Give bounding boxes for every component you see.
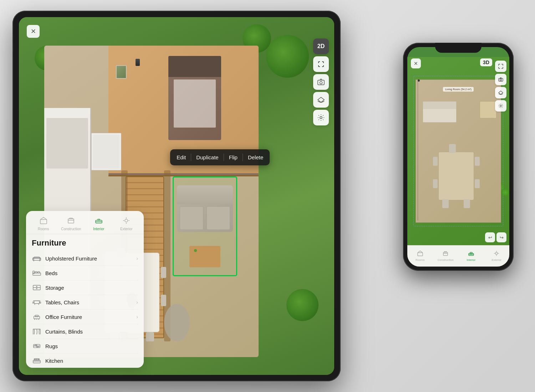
rooms-icon	[40, 217, 47, 226]
svg-point-61	[495, 252, 498, 254]
phone-fullscreen-button[interactable]	[495, 61, 506, 72]
exterior-icon	[122, 217, 130, 226]
menu-item-tables[interactable]: Tables, Chairs ›	[32, 295, 138, 310]
dining-chair-bottom-right	[146, 332, 154, 341]
coffee-table	[189, 246, 220, 267]
svg-rect-56	[418, 253, 423, 256]
phone-tab-exterior[interactable]: Exterior	[484, 246, 510, 267]
svg-rect-46	[37, 346, 39, 347]
svg-rect-45	[35, 345, 36, 346]
phone-view-mode[interactable]: 3D	[480, 58, 492, 66]
phone-tab-interior-label: Interior	[467, 258, 475, 262]
tablet-settings-button[interactable]	[313, 110, 329, 125]
rugs-icon	[32, 342, 42, 350]
phone-path-line	[418, 79, 418, 221]
kitchen-label: Kitchen	[45, 358, 133, 364]
tab-construction[interactable]: Construction	[57, 215, 85, 234]
phone-redo-button[interactable]: ↪	[496, 232, 506, 242]
context-menu-edit[interactable]: Edit	[172, 152, 191, 163]
curtains-chevron: ›	[136, 329, 138, 334]
svg-rect-3	[40, 220, 47, 224]
menu-item-kitchen[interactable]: Kitchen ›	[32, 354, 138, 366]
phone-map-sofa	[423, 101, 457, 123]
svg-rect-28	[34, 301, 40, 303]
phone-room-label: Living Room (54.2 m²)	[443, 87, 474, 92]
svg-rect-22	[35, 272, 37, 273]
tablet-controls: 2D	[313, 38, 329, 125]
menu-item-storage[interactable]: Storage ›	[32, 280, 138, 295]
phone-map-table	[438, 152, 474, 201]
beds-chevron: ›	[136, 270, 138, 276]
phone-tab-interior[interactable]: Interior	[458, 246, 484, 267]
phone-close-button[interactable]: ✕	[411, 58, 421, 68]
sofa-icon	[32, 254, 42, 262]
tab-interior[interactable]: Interior	[85, 215, 113, 234]
phone-settings-button[interactable]	[495, 100, 506, 112]
storage-icon	[32, 284, 42, 292]
sidebar-tabs: Rooms Construction	[26, 211, 144, 234]
tables-label: Tables, Chairs	[45, 299, 133, 305]
phone-camera-button[interactable]	[495, 74, 506, 85]
phone-interior-icon	[468, 251, 474, 258]
svg-rect-57	[443, 252, 448, 256]
svg-point-26	[36, 286, 37, 287]
office-label: Office Furniture	[45, 314, 133, 320]
svg-point-2	[320, 117, 322, 119]
phone-tab-rooms-label: Rooms	[416, 258, 424, 262]
phone-layers-button[interactable]	[495, 87, 506, 98]
tablet-fullscreen-button[interactable]	[313, 56, 329, 72]
tablet-close-button[interactable]: ✕	[27, 25, 40, 38]
phone-chair-top	[449, 144, 455, 153]
tablet-layers-button[interactable]	[313, 92, 329, 108]
phone-room: Living Room (54.2 m²)	[416, 79, 501, 222]
table-decor	[194, 249, 197, 252]
phone-tab-construction[interactable]: Construction	[433, 246, 459, 267]
tree-3	[286, 289, 319, 321]
phone-notch	[435, 43, 482, 53]
tab-exterior[interactable]: Exterior	[113, 215, 141, 234]
context-menu-duplicate[interactable]: Duplicate	[191, 152, 224, 163]
upholstered-chevron: ›	[136, 256, 138, 261]
phone-chair-left-bottom	[433, 179, 438, 188]
menu-item-upholstered[interactable]: Upholstered Furniture ›	[32, 251, 138, 266]
menu-item-beds[interactable]: Beds ›	[32, 266, 138, 280]
menu-item-rugs[interactable]: Rugs ›	[32, 339, 138, 354]
balcony-railing	[108, 173, 259, 175]
menu-item-office[interactable]: Office Furniture ›	[32, 310, 138, 324]
phone-tab-rooms[interactable]: Rooms	[407, 246, 433, 267]
tablet-device: Edit Duplicate Flip Delete ✕ 2D	[12, 11, 341, 381]
phone-chair-bottom-left	[442, 199, 449, 208]
tree-1	[266, 35, 309, 78]
tablet-2d-button[interactable]: 2D	[313, 38, 329, 54]
svg-point-54	[500, 79, 502, 81]
svg-point-8	[125, 219, 128, 222]
kitchen-icon	[32, 357, 42, 365]
svg-point-51	[36, 359, 37, 360]
tab-rooms[interactable]: Rooms	[30, 215, 57, 234]
patio-stone	[164, 304, 190, 341]
phone-bush-3	[501, 189, 509, 196]
context-menu-delete[interactable]: Delete	[243, 152, 268, 163]
bathroom	[91, 133, 121, 170]
storage-label: Storage	[45, 285, 133, 291]
svg-rect-47	[33, 360, 40, 363]
svg-rect-23	[38, 272, 40, 273]
svg-point-1	[320, 82, 322, 84]
svg-rect-16	[40, 258, 41, 261]
bed-icon	[32, 269, 42, 277]
phone-device: Living Room (54.2 m²)	[403, 43, 514, 271]
svg-rect-60	[470, 252, 472, 254]
svg-rect-7	[98, 219, 100, 220]
tab-rooms-label: Rooms	[38, 227, 49, 231]
menu-item-curtains[interactable]: Curtains, Blinds ›	[32, 324, 138, 339]
phone-chair-left-top	[433, 157, 438, 166]
phone-chair-bottom-right	[464, 199, 470, 208]
context-menu: Edit Duplicate Flip Delete	[170, 149, 270, 165]
context-menu-flip[interactable]: Flip	[224, 152, 243, 163]
svg-point-27	[36, 288, 37, 289]
phone-undo-button[interactable]: ↩	[485, 232, 495, 242]
svg-rect-15	[33, 258, 34, 261]
tab-interior-label: Interior	[93, 227, 104, 231]
svg-rect-4	[68, 219, 74, 223]
tablet-camera-button[interactable]	[313, 74, 329, 90]
